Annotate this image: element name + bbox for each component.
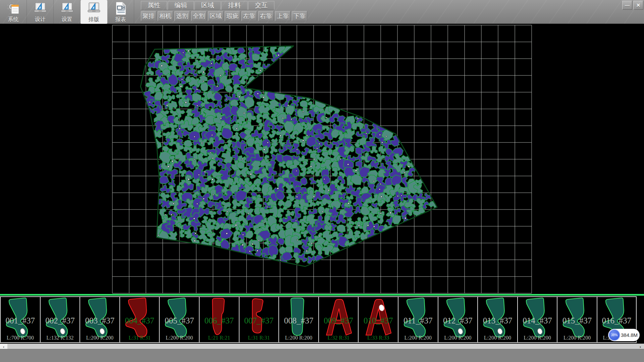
piece-id-label: 006_#37 (200, 316, 239, 325)
menu-tab-4[interactable]: 排料 (221, 1, 248, 10)
thumbnail-cell-002_#37[interactable]: 002_#37L:132 R:132 (40, 296, 80, 343)
thumbnail-strip: 001_#37L:700 R:700002_#37L:132 R:132003_… (0, 296, 644, 343)
memory-value: 384.8M (620, 332, 640, 338)
thumbnail-cell-005_#37[interactable]: 005_#37L:200 R:200 (159, 296, 199, 343)
thumbnail-cell-013_#37[interactable]: 013_#37L:200 R:200 (477, 296, 517, 343)
piece-lr-values: L:200 R:200 (398, 335, 438, 341)
menu-tab-5[interactable]: 交互 (248, 1, 274, 10)
menu-tab-2[interactable]: 编辑 (168, 1, 194, 10)
close-button[interactable]: ✕ (633, 1, 643, 10)
piece-lr-values: L:200 R:200 (438, 335, 478, 341)
scroll-right-arrow-icon[interactable]: › (637, 344, 644, 349)
status-bar (0, 349, 644, 362)
thumbnail-cell-008_#37[interactable]: 008_#37L:200 R:200 (278, 296, 318, 343)
nav-button-system[interactable]: 系统 (0, 0, 27, 24)
system-icon (6, 1, 21, 16)
thumbnail-cell-015_#37[interactable]: 015_#37L:200 R:200 (557, 296, 597, 343)
piece-id-label: 011_#37 (398, 316, 438, 325)
piece-lr-values: L:31 R:31 (120, 335, 159, 341)
piece-id-label: 001_#37 (1, 316, 40, 325)
piece-lr-values: L:200 R:200 (80, 335, 119, 341)
piece-id-label: 008_#37 (279, 316, 318, 325)
memory-status-badge: 38% 384.8M (608, 329, 640, 341)
nav-button-label: 排版 (89, 16, 99, 23)
command-button-3[interactable]: 选割 (174, 11, 190, 21)
thumbnail-cell-009_#37[interactable]: 009_#37L:32 R:31 (318, 296, 358, 343)
piece-id-label: 010_#37 (359, 316, 398, 325)
nav-button-label: 设置 (62, 16, 72, 23)
piece-lr-values: L:200 R:200 (279, 335, 318, 341)
nesting-canvas[interactable] (0, 24, 644, 294)
piece-lr-values: L:31 R:31 (239, 335, 279, 341)
piece-id-label: 014_#37 (518, 316, 557, 325)
menu-tab-1[interactable]: 属性 (141, 1, 167, 10)
report-icon (113, 1, 128, 16)
piece-id-label: 013_#37 (478, 316, 517, 325)
minimize-button[interactable]: — (622, 1, 632, 10)
command-button-row: 聚排相机选割全割区域瑕疵左靠右靠上靠下靠 (141, 11, 309, 21)
nav-button-report[interactable]: 报表 (107, 0, 134, 24)
piece-lr-values: L:200 R:200 (557, 335, 597, 341)
piece-lr-values: L:33 R:33 (359, 335, 398, 341)
command-button-5[interactable]: 区域 (208, 11, 223, 21)
horizontal-scrollbar[interactable]: ‹ › (0, 344, 644, 349)
piece-lr-values: L:21 R:21 (200, 335, 239, 341)
piece-lr-values: L:200 R:200 (160, 335, 199, 341)
command-button-9[interactable]: 上靠 (275, 11, 290, 21)
nav-button-label: 系统 (8, 16, 19, 23)
command-button-7[interactable]: 左靠 (241, 11, 257, 21)
nested-pieces (144, 44, 439, 266)
command-button-2[interactable]: 相机 (158, 11, 173, 21)
nav-button-label: 设计 (35, 16, 46, 23)
design-icon (33, 1, 48, 16)
thumbnail-cell-011_#37[interactable]: 011_#37L:200 R:200 (398, 296, 438, 343)
piece-lr-values: L:200 R:200 (518, 335, 557, 341)
thumbnail-cell-006_#37[interactable]: 006_#37L:21 R:21 (199, 296, 239, 343)
nesting-icon (87, 1, 101, 16)
scroll-left-arrow-icon[interactable]: ‹ (0, 344, 7, 349)
window-controls: — ✕ (622, 1, 643, 10)
piece-id-label: 002_#37 (41, 316, 80, 325)
command-button-10[interactable]: 下靠 (292, 11, 307, 21)
nav-button-design[interactable]: 设计 (27, 0, 54, 24)
nav-button-settings[interactable]: 设置 (54, 0, 80, 24)
thumbnail-cell-001_#37[interactable]: 001_#37L:700 R:700 (0, 296, 40, 343)
nav-button-label: 报表 (115, 16, 126, 23)
application-window: 系统设计设置排版报表 属性编辑区域排料交互 聚排相机选割全割区域瑕疵左靠右靠上靠… (0, 0, 644, 362)
piece-lr-values: L:32 R:31 (319, 335, 358, 341)
command-button-1[interactable]: 聚排 (141, 11, 156, 21)
thumbnail-cell-014_#37[interactable]: 014_#37L:200 R:200 (517, 296, 557, 343)
nav-icon-bar: 系统设计设置排版报表 (0, 0, 134, 24)
command-button-8[interactable]: 右靠 (258, 11, 274, 21)
piece-id-label: 004_#37 (120, 316, 159, 325)
menu-tab-row: 属性编辑区域排料交互 (141, 1, 275, 10)
piece-lr-values: L:200 R:200 (478, 335, 517, 341)
piece-id-label: 005_#37 (160, 316, 199, 325)
command-button-4[interactable]: 全割 (191, 11, 207, 21)
thumbnail-cell-012_#37[interactable]: 012_#37L:200 R:200 (438, 296, 478, 343)
thumbnail-cell-003_#37[interactable]: 003_#37L:200 R:200 (79, 296, 119, 343)
thumbnail-cell-007_#37[interactable]: 007_#37L:31 R:31 (239, 296, 279, 343)
piece-id-label: 009_#37 (319, 316, 358, 325)
thumbnail-cell-004_#37[interactable]: 004_#37L:31 R:31 (119, 296, 159, 343)
piece-id-label: 003_#37 (80, 316, 119, 325)
settings-icon (60, 1, 74, 16)
piece-lr-values: L:132 R:132 (41, 335, 80, 341)
thumbnail-cell-010_#37[interactable]: 010_#37L:33 R:33 (358, 296, 398, 343)
piece-id-label: 007_#37 (239, 316, 279, 325)
piece-id-label: 015_#37 (557, 316, 597, 325)
piece-id-label: 016_#37 (597, 316, 636, 325)
piece-lr-values: L:700 R:700 (1, 335, 40, 341)
piece-id-label: 012_#37 (438, 316, 478, 325)
toolbar: 系统设计设置排版报表 属性编辑区域排料交互 聚排相机选割全割区域瑕疵左靠右靠上靠… (0, 0, 644, 24)
menu-tab-3[interactable]: 区域 (195, 1, 221, 10)
nav-button-nesting[interactable]: 排版 (80, 0, 107, 24)
command-button-6[interactable]: 瑕疵 (225, 11, 240, 21)
nesting-svg (0, 24, 644, 294)
progress-percent-badge: 38% (608, 329, 620, 341)
